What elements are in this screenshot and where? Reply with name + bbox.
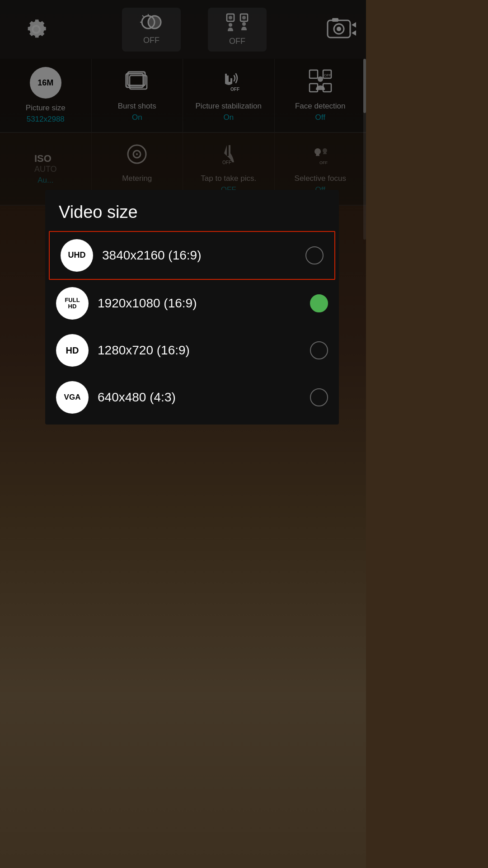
vga-label: 640x480 (4:3) xyxy=(98,390,310,405)
video-size-title: Video size xyxy=(45,190,339,231)
uhd-radio[interactable] xyxy=(305,246,324,264)
hd-badge: HD xyxy=(56,334,89,367)
vga-badge: VGA xyxy=(56,381,89,414)
uhd-badge: UHD xyxy=(61,239,93,272)
hd-radio[interactable] xyxy=(310,341,328,359)
fullhd-radio[interactable] xyxy=(310,294,328,312)
fullhd-label: 868x488 (16:9) xyxy=(98,296,310,311)
video-size-panel: Video size UHD 3840x2160 (16:9) FULLHD 1… xyxy=(45,190,339,425)
video-size-option-uhd[interactable]: UHD 3840x2160 (16:9) xyxy=(49,231,335,280)
video-size-option-hd[interactable]: HD 1280x720 (16:9) xyxy=(45,327,339,374)
video-size-option-vga[interactable]: VGA 640x480 (4:3) xyxy=(45,374,339,421)
vga-radio[interactable] xyxy=(310,388,328,406)
hd-label: 1280x720 (16:9) xyxy=(98,343,310,358)
uhd-label: 3840x2160 (16:9) xyxy=(102,248,305,263)
fullhd-badge: FULLHD xyxy=(56,287,89,320)
overlay-backdrop[interactable] xyxy=(0,0,366,868)
video-size-option-fullhd[interactable]: FULLHD 868x488 (16:9) xyxy=(45,280,339,327)
